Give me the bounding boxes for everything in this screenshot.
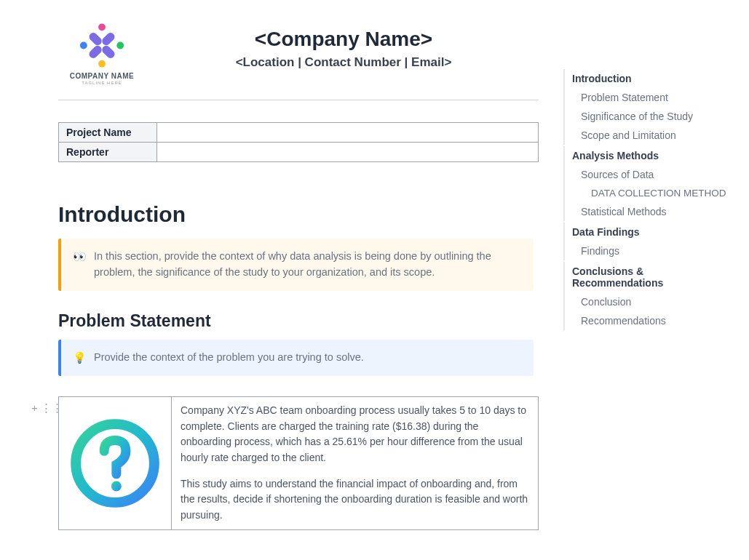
table-row: Project Name (59, 123, 539, 143)
toc-scope[interactable]: Scope and Limitation (565, 126, 736, 145)
logo-icon (76, 22, 127, 69)
svg-point-7 (80, 42, 87, 49)
project-name-value[interactable] (157, 123, 539, 143)
block-controls: + ⋮⋮ (31, 401, 63, 415)
svg-point-9 (111, 481, 122, 492)
toc-group-intro: Introduction Problem Statement Significa… (563, 69, 736, 145)
problem-text[interactable]: Company XYZ's ABC team onboarding proces… (172, 397, 538, 529)
add-block-button[interactable]: + (31, 401, 38, 415)
toc-group-findings: Data Findings Findings (563, 223, 736, 260)
project-name-label: Project Name (59, 123, 157, 143)
reporter-label: Reporter (59, 143, 157, 162)
table-row: Reporter (59, 143, 539, 162)
toc-analysis-methods[interactable]: Analysis Methods (565, 146, 736, 165)
intro-callout-text: In this section, provide the context of … (94, 249, 522, 281)
company-subtitle: <Location | Contact Number | Email> (167, 55, 520, 70)
company-title: <Company Name> (167, 28, 520, 51)
document-header: COMPANY NAME TAGLINE HERE <Company Name>… (58, 15, 563, 85)
toc-conclusions[interactable]: Conclusions & Recommendations (565, 262, 736, 292)
problem-statement-heading: Problem Statement (58, 311, 563, 331)
eyes-icon: 👀 (73, 249, 87, 281)
bulb-icon: 💡 (73, 350, 87, 367)
toc-group-analysis: Analysis Methods Sources of Data DATA CO… (563, 146, 736, 221)
logo-tagline: TAGLINE HERE (82, 81, 122, 85)
introduction-heading: Introduction (58, 202, 563, 227)
logo-name: COMPANY NAME (70, 72, 134, 80)
problem-callout: 💡 Provide the context of the problem you… (58, 340, 534, 377)
svg-rect-3 (87, 31, 103, 47)
document-main: COMPANY NAME TAGLINE HERE <Company Name>… (0, 0, 563, 560)
toc-data-collection[interactable]: DATA COLLECTION METHOD (565, 184, 736, 202)
table-of-contents: Introduction Problem Statement Significa… (563, 0, 749, 560)
problem-para-2: This study aims to understand the financ… (181, 476, 529, 524)
problem-callout-text: Provide the context of the problem you a… (94, 350, 364, 367)
svg-rect-0 (100, 31, 116, 47)
svg-point-5 (116, 42, 124, 49)
toc-group-conclusions: Conclusions & Recommendations Conclusion… (563, 262, 736, 330)
header-divider (58, 100, 539, 100)
toc-problem-statement[interactable]: Problem Statement (565, 88, 736, 107)
company-logo: COMPANY NAME TAGLINE HERE (58, 15, 146, 85)
toc-data-findings[interactable]: Data Findings (565, 223, 736, 241)
toc-significance[interactable]: Significance of the Study (565, 107, 736, 126)
svg-rect-1 (100, 44, 116, 60)
svg-point-6 (98, 60, 106, 68)
drag-handle-icon[interactable]: ⋮⋮ (41, 401, 63, 415)
svg-point-4 (98, 23, 106, 31)
question-mark-icon (68, 416, 162, 511)
problem-content-block[interactable]: + ⋮⋮ Company XYZ's ABC team onboarding p… (58, 396, 539, 530)
intro-callout: 👀 In this section, provide the context o… (58, 239, 534, 291)
question-mark-image (59, 397, 172, 529)
title-block: <Company Name> <Location | Contact Numbe… (167, 15, 563, 70)
reporter-value[interactable] (157, 143, 539, 162)
problem-para-1: Company XYZ's ABC team onboarding proces… (181, 403, 529, 466)
toc-recommendations[interactable]: Recommendations (565, 311, 736, 330)
toc-introduction[interactable]: Introduction (565, 69, 736, 88)
toc-statistical-methods[interactable]: Statistical Methods (565, 202, 736, 221)
toc-conclusion[interactable]: Conclusion (565, 292, 736, 311)
project-info-table: Project Name Reporter (58, 122, 539, 162)
svg-rect-2 (87, 44, 103, 60)
toc-findings[interactable]: Findings (565, 241, 736, 260)
toc-sources-data[interactable]: Sources of Data (565, 165, 736, 184)
